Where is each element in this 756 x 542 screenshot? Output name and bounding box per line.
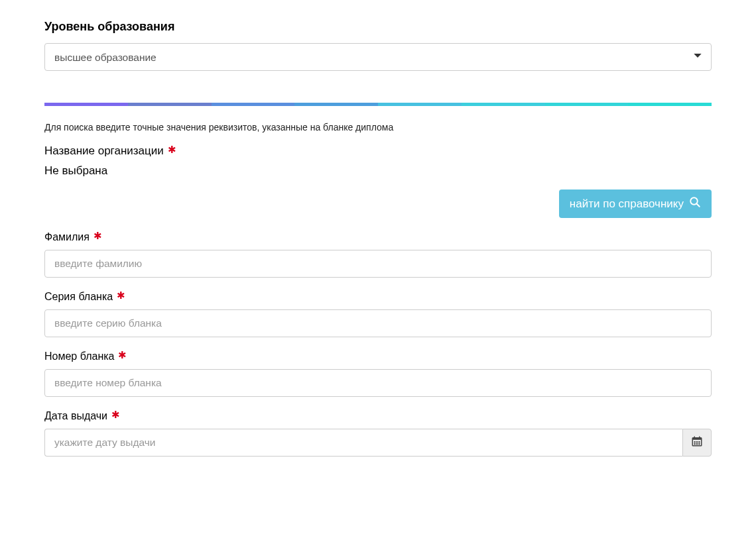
required-asterisk: ✱ — [117, 290, 125, 300]
issue-date-label: Дата выдачи ✱ — [44, 410, 712, 422]
search-hint-text: Для поиска введите точные значения рекви… — [44, 122, 712, 133]
svg-rect-10 — [696, 443, 698, 445]
surname-field: Фамилия ✱ — [44, 231, 712, 278]
education-level-select[interactable]: высшее образование — [44, 43, 712, 71]
svg-rect-3 — [692, 438, 702, 440]
number-field: Номер бланка ✱ — [44, 351, 712, 397]
surname-label-text: Фамилия — [44, 231, 90, 243]
svg-rect-11 — [698, 443, 700, 445]
issue-date-input[interactable] — [44, 429, 682, 457]
number-label: Номер бланка ✱ — [44, 351, 712, 362]
number-input[interactable] — [44, 369, 712, 397]
required-asterisk: ✱ — [118, 350, 127, 360]
svg-line-1 — [696, 203, 700, 207]
search-icon — [689, 196, 701, 211]
svg-rect-6 — [694, 441, 696, 443]
svg-rect-9 — [694, 443, 696, 445]
date-picker-button[interactable] — [682, 429, 712, 457]
issue-date-input-group — [44, 429, 712, 457]
issue-date-field: Дата выдачи ✱ — [44, 410, 712, 457]
lookup-directory-button[interactable]: найти по справочнику — [559, 190, 712, 218]
required-asterisk: ✱ — [111, 409, 120, 419]
organization-value: Не выбрана — [44, 164, 712, 178]
series-input[interactable] — [44, 309, 712, 337]
series-label: Серия бланка ✱ — [44, 291, 712, 303]
surname-input[interactable] — [44, 250, 712, 278]
number-label-text: Номер бланка — [44, 351, 114, 362]
svg-rect-8 — [698, 441, 700, 443]
lookup-button-label: найти по справочнику — [570, 197, 684, 211]
organization-label: Название организации ✱ — [44, 144, 712, 158]
organization-label-text: Название организации — [44, 144, 164, 158]
svg-rect-7 — [696, 441, 698, 443]
surname-label: Фамилия ✱ — [44, 231, 712, 243]
education-level-title: Уровень образования — [44, 20, 712, 34]
lookup-button-row: найти по справочнику — [44, 190, 712, 218]
calendar-icon — [691, 435, 703, 450]
series-label-text: Серия бланка — [44, 291, 113, 303]
issue-date-label-text: Дата выдачи — [44, 410, 107, 422]
required-asterisk: ✱ — [94, 231, 102, 241]
education-level-select-wrap: высшее образование — [44, 43, 712, 71]
series-field: Серия бланка ✱ — [44, 291, 712, 337]
gradient-divider — [44, 103, 712, 106]
required-asterisk: ✱ — [168, 144, 176, 154]
